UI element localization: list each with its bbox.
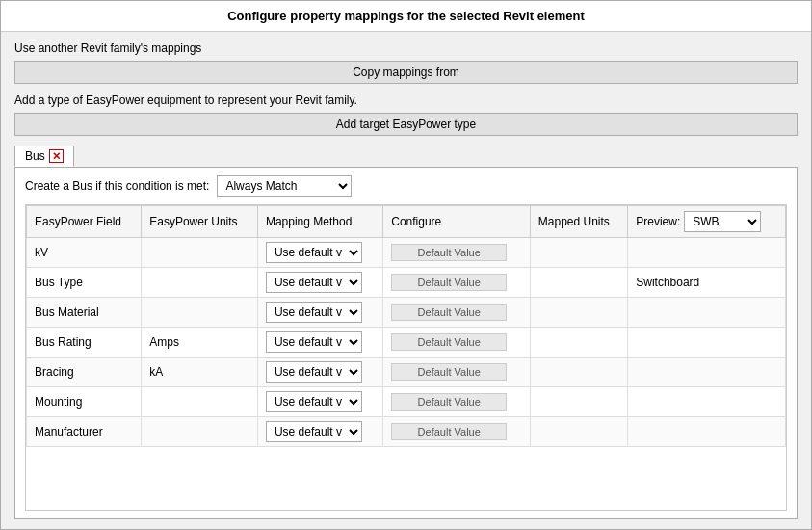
cell-configure-6: Default Value — [383, 417, 531, 447]
cell-units-6 — [142, 417, 258, 447]
cell-field-2: Bus Material — [27, 298, 142, 328]
bus-panel: Create a Bus if this condition is met: A… — [14, 167, 798, 519]
preview-select[interactable]: SWB Other — [684, 211, 761, 232]
cell-configure-1: Default Value — [383, 268, 531, 298]
cell-preview-0 — [628, 238, 786, 268]
table-row: Manufacturer Use default v Custom Defaul… — [27, 417, 786, 447]
cell-units-2 — [142, 298, 258, 328]
tab-bus-label: Bus — [25, 149, 45, 163]
configure-button-5[interactable]: Default Value — [391, 393, 507, 411]
cell-mapped-units-1 — [530, 268, 627, 298]
cell-field-3: Bus Rating — [27, 328, 142, 358]
configure-button-4[interactable]: Default Value — [391, 363, 507, 381]
preview-label: Preview: — [636, 215, 680, 228]
cell-configure-4: Default Value — [383, 358, 531, 387]
tabs-row: Bus ✕ — [14, 146, 798, 167]
preview-header: Preview: SWB Other — [636, 211, 777, 232]
mappings-table: EasyPower Field EasyPower Units Mapping … — [26, 205, 786, 447]
table-header-row: EasyPower Field EasyPower Units Mapping … — [27, 206, 786, 238]
cell-mapped-units-4 — [530, 358, 627, 387]
condition-label: Create a Bus if this condition is met: — [25, 179, 209, 193]
configure-button-3[interactable]: Default Value — [391, 333, 507, 351]
col-easypower-units: EasyPower Units — [142, 206, 258, 238]
configure-button-6[interactable]: Default Value — [391, 423, 507, 440]
cell-units-0 — [142, 238, 258, 268]
cell-preview-1: Switchboard — [628, 268, 786, 298]
cell-mapped-units-3 — [530, 328, 627, 358]
cell-configure-0: Default Value — [383, 238, 531, 268]
table-container: EasyPower Field EasyPower Units Mapping … — [25, 204, 787, 511]
cell-field-5: Mounting — [27, 387, 142, 417]
method-select-0[interactable]: Use default v Custom — [266, 242, 362, 263]
dialog-content: Use another Revit family's mappings Copy… — [1, 32, 811, 529]
add-target-button[interactable]: Add target EasyPower type — [14, 113, 798, 136]
cell-preview-2 — [628, 298, 786, 328]
col-mapped-units: Mapped Units — [530, 206, 627, 238]
cell-preview-6 — [628, 417, 786, 447]
dialog-title: Configure property mappings for the sele… — [1, 1, 811, 32]
dialog-container: Configure property mappings for the sele… — [0, 0, 812, 530]
cell-method-0: Use default v Custom — [257, 238, 382, 268]
cell-units-4: kA — [142, 358, 258, 387]
copy-section-label: Use another Revit family's mappings — [14, 41, 798, 55]
method-select-2[interactable]: Use default v Custom — [266, 302, 362, 323]
tab-bus-close[interactable]: ✕ — [49, 149, 64, 163]
cell-method-5: Use default v Custom — [257, 387, 382, 417]
cell-method-1: Use default v Custom — [257, 268, 382, 298]
method-select-1[interactable]: Use default v Custom — [266, 272, 362, 293]
cell-configure-2: Default Value — [383, 298, 531, 328]
cell-field-0: kV — [27, 238, 142, 268]
col-preview: Preview: SWB Other — [628, 206, 786, 238]
method-select-3[interactable]: Use default v Custom — [266, 331, 362, 353]
table-row: Mounting Use default v Custom Default Va… — [27, 387, 786, 417]
col-configure: Configure — [383, 206, 531, 238]
condition-row: Create a Bus if this condition is met: A… — [25, 175, 787, 197]
cell-field-1: Bus Type — [27, 268, 142, 298]
cell-units-3: Amps — [142, 328, 258, 358]
tab-bus[interactable]: Bus ✕ — [14, 146, 74, 167]
table-row: Bracing kA Use default v Custom Default … — [27, 358, 786, 387]
cell-units-1 — [142, 268, 258, 298]
cell-preview-3 — [628, 328, 786, 358]
cell-method-6: Use default v Custom — [257, 417, 382, 447]
cell-mapped-units-2 — [530, 298, 627, 328]
method-select-4[interactable]: Use default v Custom — [266, 361, 362, 383]
method-select-6[interactable]: Use default v Custom — [266, 421, 362, 442]
add-section-label: Add a type of EasyPower equipment to rep… — [14, 93, 798, 107]
table-row: Bus Material Use default v Custom Defaul… — [27, 298, 786, 328]
table-row: kV Use default v Custom Default Value — [27, 238, 786, 268]
cell-mapped-units-6 — [530, 417, 627, 447]
condition-select[interactable]: Always Match Custom Condition — [217, 175, 352, 197]
cell-method-2: Use default v Custom — [257, 298, 382, 328]
col-easypower-field: EasyPower Field — [27, 206, 142, 238]
configure-button-2[interactable]: Default Value — [391, 304, 507, 321]
table-body: kV Use default v Custom Default Value Bu… — [27, 238, 786, 447]
cell-configure-3: Default Value — [383, 328, 531, 358]
configure-button-0[interactable]: Default Value — [391, 244, 507, 261]
cell-method-3: Use default v Custom — [257, 328, 382, 358]
method-select-5[interactable]: Use default v Custom — [266, 391, 362, 412]
cell-field-4: Bracing — [27, 358, 142, 387]
cell-preview-5 — [628, 387, 786, 417]
cell-field-6: Manufacturer — [27, 417, 142, 447]
copy-mappings-button[interactable]: Copy mappings from — [14, 61, 798, 84]
table-row: Bus Rating Amps Use default v Custom Def… — [27, 328, 786, 358]
table-row: Bus Type Use default v Custom Default Va… — [27, 268, 786, 298]
cell-method-4: Use default v Custom — [257, 358, 382, 387]
col-mapping-method: Mapping Method — [257, 206, 382, 238]
configure-button-1[interactable]: Default Value — [391, 274, 507, 291]
cell-preview-4 — [628, 358, 786, 387]
cell-mapped-units-5 — [530, 387, 627, 417]
cell-configure-5: Default Value — [383, 387, 531, 417]
cell-units-5 — [142, 387, 258, 417]
cell-mapped-units-0 — [530, 238, 627, 268]
